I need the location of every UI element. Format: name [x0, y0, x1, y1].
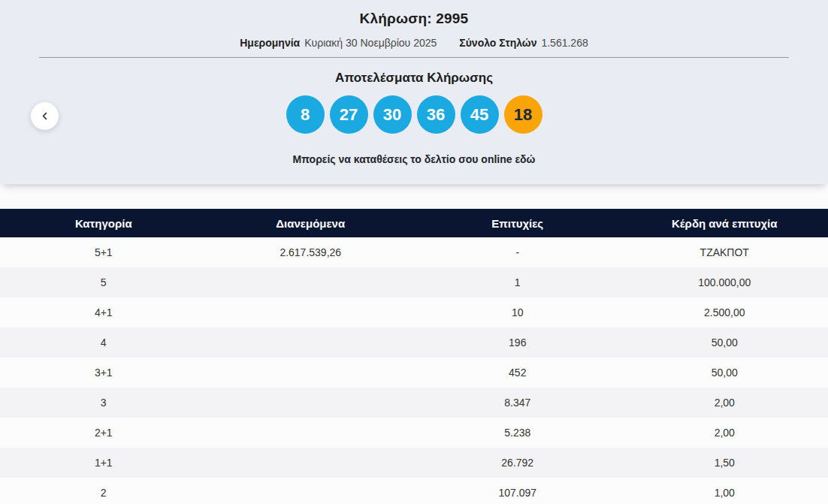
distributed-cell: 2.617.539,26: [207, 237, 415, 267]
columns-value: 1.561.268: [541, 37, 588, 49]
prize-cell: 2,00: [621, 388, 828, 418]
prize-cell: ΤΖΑΚΠΟΤ: [621, 237, 828, 267]
prize-cell: 100.000,00: [621, 267, 828, 297]
winning-number-ball: 8: [286, 95, 325, 134]
joker-number-ball: 18: [504, 95, 542, 134]
distributed-cell: [207, 418, 415, 448]
winners-cell: 8.347: [414, 388, 621, 418]
winners-cell: 107.097: [414, 478, 621, 504]
distributed-cell: [207, 448, 415, 478]
distributed-cell: [207, 267, 415, 297]
back-button[interactable]: [31, 102, 59, 130]
distributed-cell: [207, 388, 415, 418]
distributed-cell: [207, 297, 415, 327]
prize-cell: 50,00: [621, 327, 828, 358]
table-row: 51100.000,00: [0, 267, 828, 297]
category-cell: 4: [0, 327, 207, 358]
distributed-cell: [207, 327, 415, 358]
column-header: Κέρδη ανά επιτυχία: [621, 209, 828, 237]
distributed-cell: [207, 358, 415, 388]
chevron-left-icon: [40, 111, 50, 121]
winning-numbers: 82730364518: [0, 95, 828, 134]
winners-cell: 10: [414, 297, 621, 327]
category-cell: 1+1: [0, 448, 207, 478]
prize-cell: 50,00: [621, 358, 828, 388]
results-heading: Αποτελέσματα Κλήρωσης: [0, 71, 828, 86]
prize-cell: 2.500,00: [621, 297, 828, 327]
prize-table: ΚατηγορίαΔιανεμόμεναΕπιτυχίεςΚέρδη ανά ε…: [0, 209, 828, 504]
category-cell: 2: [0, 478, 207, 504]
table-header-row: ΚατηγορίαΔιανεμόμεναΕπιτυχίεςΚέρδη ανά ε…: [0, 209, 828, 237]
category-cell: 3+1: [0, 358, 207, 388]
column-header: Κατηγορία: [0, 209, 207, 237]
winners-cell: 452: [414, 358, 621, 388]
winners-cell: 1: [414, 267, 621, 297]
draw-hero-section: Κλήρωση: 2995 Ημερομηνία Κυριακή 30 Νοεμ…: [0, 0, 828, 184]
category-cell: 5+1: [0, 237, 207, 267]
table-row: 1+126.7921,50: [0, 448, 828, 478]
winning-number-ball: 27: [330, 95, 368, 134]
draw-date: Ημερομηνία Κυριακή 30 Νοεμβρίου 2025: [240, 37, 437, 49]
table-row: 4+1102.500,00: [0, 297, 828, 327]
draw-meta: Ημερομηνία Κυριακή 30 Νοεμβρίου 2025 Σύν…: [0, 37, 828, 49]
distributed-cell: [207, 478, 415, 504]
total-columns: Σύνολο Στηλών 1.561.268: [459, 37, 588, 49]
prize-cell: 1,00: [621, 478, 828, 504]
submit-ticket-online-link[interactable]: Μπορείς να καταθέσεις το δελτίο σου onli…: [0, 153, 828, 165]
column-header: Διανεμόμενα: [207, 209, 415, 237]
prize-table-container: ΚατηγορίαΔιανεμόμεναΕπιτυχίεςΚέρδη ανά ε…: [0, 209, 828, 504]
table-row: 419650,00: [0, 327, 828, 358]
date-label: Ημερομηνία: [240, 37, 300, 49]
winning-number-ball: 36: [417, 95, 455, 134]
columns-label: Σύνολο Στηλών: [459, 37, 536, 49]
table-row: 38.3472,00: [0, 388, 828, 418]
table-row: 3+145250,00: [0, 358, 828, 388]
winners-cell: 5.238: [414, 418, 621, 448]
table-body: 5+12.617.539,26-ΤΖΑΚΠΟΤ51100.000,004+110…: [0, 237, 828, 504]
draw-title: Κλήρωση: 2995: [0, 0, 828, 27]
prize-cell: 2,00: [621, 418, 828, 448]
date-value: Κυριακή 30 Νοεμβρίου 2025: [304, 37, 437, 49]
column-header: Επιτυχίες: [414, 209, 621, 237]
winning-number-ball: 45: [461, 95, 499, 134]
winners-cell: 196: [414, 327, 621, 358]
category-cell: 4+1: [0, 297, 207, 327]
winners-cell: -: [414, 237, 621, 267]
table-row: 5+12.617.539,26-ΤΖΑΚΠΟΤ: [0, 237, 828, 267]
table-row: 2107.0971,00: [0, 478, 828, 504]
winning-number-ball: 30: [373, 95, 412, 134]
table-row: 2+15.2382,00: [0, 418, 828, 448]
category-cell: 3: [0, 388, 207, 418]
winners-cell: 26.792: [414, 448, 621, 478]
category-cell: 5: [0, 267, 207, 297]
category-cell: 2+1: [0, 418, 207, 448]
prize-cell: 1,50: [621, 448, 828, 478]
divider: [39, 57, 789, 58]
